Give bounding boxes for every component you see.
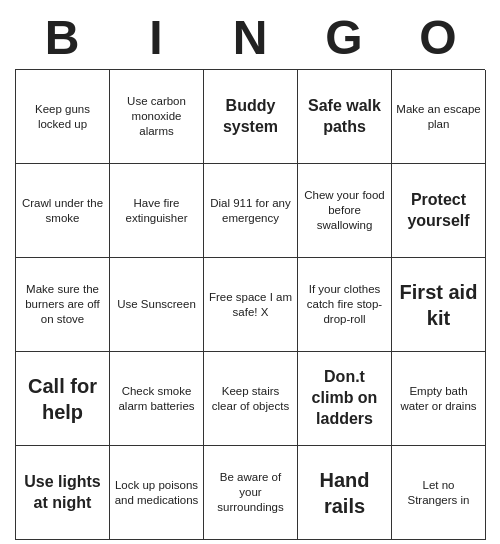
table-row: Use Sunscreen — [110, 258, 204, 352]
table-row: Have fire extinguisher — [110, 164, 204, 258]
table-row: Hand rails — [298, 446, 392, 540]
table-row: Keep stairs clear of objects — [204, 352, 298, 446]
table-row: Let no Strangers in — [392, 446, 486, 540]
letter-n: N — [206, 10, 294, 65]
table-row: Dial 911 for any emergency — [204, 164, 298, 258]
table-row: Call for help — [16, 352, 110, 446]
table-row: Chew your food before swallowing — [298, 164, 392, 258]
table-row: Check smoke alarm batteries — [110, 352, 204, 446]
letter-g: G — [300, 10, 388, 65]
letter-i: I — [112, 10, 200, 65]
table-row: Keep guns locked up — [16, 70, 110, 164]
table-row: Be aware of your surroundings — [204, 446, 298, 540]
table-row: Lock up poisons and medications — [110, 446, 204, 540]
table-row: Protect yourself — [392, 164, 486, 258]
table-row: Safe walk paths — [298, 70, 392, 164]
table-row: Crawl under the smoke — [16, 164, 110, 258]
table-row: Use carbon monoxide alarms — [110, 70, 204, 164]
bingo-grid: Keep guns locked upUse carbon monoxide a… — [15, 69, 485, 540]
table-row: If your clothes catch fire stop-drop-rol… — [298, 258, 392, 352]
table-row: Use lights at night — [16, 446, 110, 540]
table-row: Empty bath water or drains — [392, 352, 486, 446]
table-row: Make an escape plan — [392, 70, 486, 164]
table-row: Free space I am safe! X — [204, 258, 298, 352]
letter-b: B — [18, 10, 106, 65]
letter-o: O — [394, 10, 482, 65]
table-row: Buddy system — [204, 70, 298, 164]
table-row: Don.t climb on ladders — [298, 352, 392, 446]
bingo-title: B I N G O — [15, 10, 485, 65]
table-row: Make sure the burners are off on stove — [16, 258, 110, 352]
table-row: First aid kit — [392, 258, 486, 352]
